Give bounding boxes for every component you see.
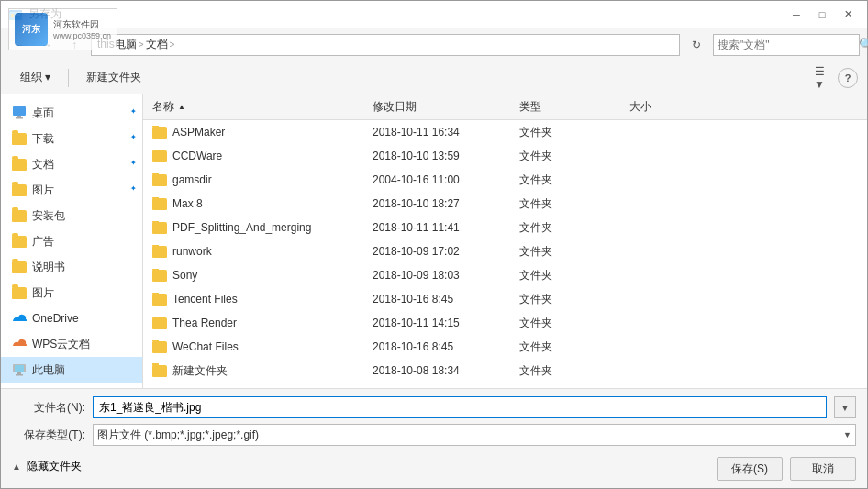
column-name[interactable]: 名称 ▲ xyxy=(152,99,373,115)
table-row[interactable]: ASPMaker 2018-10-11 16:34 文件夹 xyxy=(143,120,867,144)
folder-icon xyxy=(152,174,167,186)
sidebar-item-pictures[interactable]: 图片 ✦ xyxy=(1,177,142,203)
table-row[interactable]: 新建文件夹 2018-10-08 18:34 文件夹 xyxy=(143,359,867,383)
table-row[interactable]: CCDWare 2018-10-10 13:59 文件夹 xyxy=(143,144,867,168)
sidebar-label-pictures: 图片 xyxy=(32,183,54,198)
bottom-area: 文件名(N): ▼ 保存类型(T): 图片文件 (*.bmp;*.jpg;*.j… xyxy=(1,388,867,488)
sidebar-item-manual[interactable]: 说明书 xyxy=(1,254,142,280)
file-modified: 2018-10-09 17:02 xyxy=(373,245,519,258)
table-row[interactable]: PDF_Splitting_And_merging 2018-10-11 11:… xyxy=(143,216,867,239)
minimize-button[interactable]: ─ xyxy=(785,6,808,24)
close-button[interactable]: ✕ xyxy=(836,6,860,24)
hide-folders-row: ▲ 隐藏文件夹 xyxy=(12,459,82,474)
file-type: 文件夹 xyxy=(519,125,629,140)
back-button[interactable]: ← xyxy=(8,34,30,56)
sidebar-item-onedrive[interactable]: OneDrive xyxy=(1,306,142,331)
title-bar-controls: ─ □ ✕ xyxy=(785,6,860,24)
save-button[interactable]: 保存(S) xyxy=(717,457,783,481)
svg-rect-5 xyxy=(17,116,21,117)
file-type: 文件夹 xyxy=(519,220,629,236)
bottom-buttons-row: 保存(S) 取消 xyxy=(717,457,856,481)
breadcrumb-sep1: > xyxy=(139,39,144,50)
sidebar-item-install[interactable]: 安装包 xyxy=(1,203,142,228)
sidebar: 桌面 ✦ 下载 ✦ 文档 ✦ 图片 xyxy=(1,94,143,388)
filename-input[interactable] xyxy=(93,396,827,418)
sort-arrow: ▲ xyxy=(178,103,185,111)
sidebar-item-documents[interactable]: 文档 ✦ xyxy=(1,151,142,177)
sidebar-item-thispc[interactable]: 此电脑 xyxy=(1,357,142,383)
column-modified[interactable]: 修改日期 xyxy=(373,99,519,115)
file-name: Max 8 xyxy=(172,197,203,210)
help-button[interactable]: ? xyxy=(838,68,858,88)
svg-rect-6 xyxy=(16,117,23,119)
table-row[interactable]: WeChat Files 2018-10-16 8:45 文件夹 xyxy=(143,335,867,359)
sidebar-item-network[interactable]: ▷ 网络 xyxy=(1,383,142,388)
forward-button[interactable]: → xyxy=(36,34,58,56)
dialog-title: 另存为 xyxy=(28,6,61,22)
filename-row: 文件名(N): ▼ xyxy=(12,396,856,418)
view-button[interactable]: ☰ ▼ xyxy=(807,66,832,90)
file-name: WeChat Files xyxy=(172,340,239,353)
file-name: gamsdir xyxy=(172,173,212,186)
sidebar-label-pics2: 图片 xyxy=(32,285,54,301)
file-type: 文件夹 xyxy=(519,292,629,307)
sidebar-item-wps[interactable]: WPS云文档 xyxy=(1,331,142,357)
folder-icon-downloads xyxy=(12,131,27,146)
column-type[interactable]: 类型 xyxy=(519,99,629,115)
table-row[interactable]: Sony 2018-10-09 18:03 文件夹 xyxy=(143,263,867,287)
organize-button[interactable]: 组织 ▾ xyxy=(10,66,61,90)
file-name: Tencent Files xyxy=(172,293,238,306)
table-row[interactable]: Tencent Files 2018-10-16 8:45 文件夹 xyxy=(143,287,867,311)
file-modified: 2018-10-10 18:27 xyxy=(373,197,519,210)
folder-icon-pics2 xyxy=(12,285,27,300)
filename-dropdown-button[interactable]: ▼ xyxy=(834,396,856,418)
file-name: Thea Render xyxy=(172,317,237,329)
svg-rect-4 xyxy=(13,106,26,116)
table-row[interactable]: Thea Render 2018-10-11 14:15 文件夹 xyxy=(143,311,867,335)
folder-icon xyxy=(152,222,167,234)
filetype-label: 保存类型(T): xyxy=(12,428,85,443)
sidebar-item-downloads[interactable]: 下载 ✦ xyxy=(1,126,142,151)
sidebar-item-desktop[interactable]: 桌面 ✦ xyxy=(1,100,142,126)
sidebar-label-downloads: 下载 xyxy=(32,131,54,147)
file-modified: 2018-10-09 18:03 xyxy=(373,269,519,282)
sidebar-label-network: 网络 xyxy=(46,388,68,389)
svg-rect-3 xyxy=(15,14,20,16)
sidebar-label-manual: 说明书 xyxy=(32,260,65,275)
table-row[interactable]: runwork 2018-10-09 17:02 文件夹 xyxy=(143,239,867,263)
title-bar: 另存为 ─ □ ✕ xyxy=(1,1,867,28)
table-row[interactable]: Max 8 2018-10-10 18:27 文件夹 xyxy=(143,192,867,216)
wps-icon xyxy=(12,337,27,351)
new-folder-button[interactable]: 新建文件夹 xyxy=(76,66,151,90)
file-name: CCDWare xyxy=(172,150,222,162)
address-bar: ← → ↑ this电脑 > 文档 > ↻ 🔍 xyxy=(1,28,867,61)
svg-rect-9 xyxy=(17,372,21,374)
search-button[interactable]: 🔍 xyxy=(859,36,868,54)
filetype-select[interactable]: 图片文件 (*.bmp;*.jpg;*.jpeg;*.gif) ▼ xyxy=(93,424,856,446)
pc-icon xyxy=(12,362,27,377)
up-button[interactable]: ↑ xyxy=(63,34,85,56)
breadcrumb-docs: 文档 xyxy=(146,37,168,52)
onedrive-icon xyxy=(12,311,27,326)
folder-icon-manual xyxy=(12,260,27,274)
breadcrumb: this电脑 > 文档 > xyxy=(97,37,174,52)
sidebar-item-pics2[interactable]: 图片 xyxy=(1,280,142,306)
toolbar: 组织 ▾ 新建文件夹 ☰ ▼ ? xyxy=(1,61,867,94)
sidebar-item-ads[interactable]: 广告 xyxy=(1,228,142,254)
search-input[interactable] xyxy=(718,39,855,51)
column-size[interactable]: 大小 xyxy=(629,99,703,115)
file-name: Sony xyxy=(172,269,197,282)
main-area: 桌面 ✦ 下载 ✦ 文档 ✦ 图片 xyxy=(1,94,867,388)
folder-icon xyxy=(152,150,167,162)
cancel-button[interactable]: 取消 xyxy=(790,457,856,481)
file-modified: 2018-10-11 11:41 xyxy=(373,221,519,234)
refresh-button[interactable]: ↻ xyxy=(685,34,707,56)
pin-icon-desktop: ✦ xyxy=(130,107,137,116)
address-box[interactable]: this电脑 > 文档 > xyxy=(91,34,680,56)
table-row[interactable]: gamsdir 2004-10-16 11:00 文件夹 xyxy=(143,168,867,192)
hide-folders-expand[interactable]: ▲ xyxy=(12,461,21,472)
organize-label: 组织 ▾ xyxy=(20,70,50,85)
folder-icon xyxy=(152,317,167,329)
file-modified: 2018-10-11 14:15 xyxy=(373,317,519,329)
maximize-button[interactable]: □ xyxy=(810,6,834,24)
